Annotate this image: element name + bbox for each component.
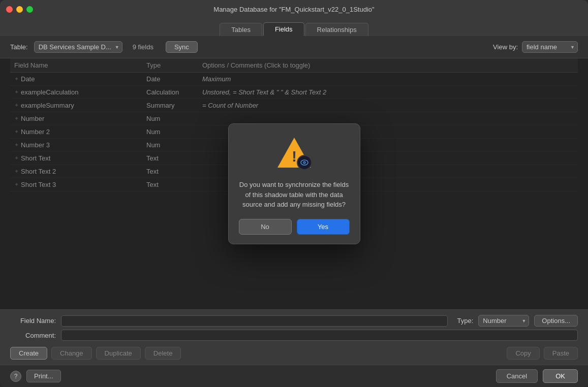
create-button[interactable]: Create bbox=[10, 347, 47, 360]
tab-tables[interactable]: Tables bbox=[220, 23, 262, 36]
title-bar: Manage Database for "FM_Quickstart_v22_0… bbox=[0, 0, 588, 18]
field-name-row: Field Name: Type: Number Options... bbox=[10, 315, 578, 327]
dialog-message: Do you want to synchronize the fields of… bbox=[239, 180, 350, 210]
comment-input[interactable] bbox=[61, 330, 578, 341]
bottom-bar: Field Name: Type: Number Options... Comm… bbox=[0, 309, 588, 365]
dialog-yes-button[interactable]: Yes bbox=[297, 219, 350, 235]
svg-point-5 bbox=[304, 162, 305, 163]
right-action-buttons: Copy Paste bbox=[507, 347, 578, 360]
content-area: Field Name Type Options / Comments (Clic… bbox=[0, 58, 588, 309]
dialog-buttons: No Yes bbox=[239, 219, 350, 235]
type-select-wrap: Number bbox=[478, 315, 529, 327]
table-select-wrap: DB Services Sample D... bbox=[34, 41, 122, 53]
warning-icon: ! bbox=[276, 136, 312, 171]
change-button[interactable]: Change bbox=[51, 347, 92, 360]
copy-button[interactable]: Copy bbox=[507, 347, 539, 360]
view-by-label: View by: bbox=[493, 43, 518, 51]
field-name-input[interactable] bbox=[61, 315, 448, 327]
bottom-form: Field Name: Type: Number Options... Comm… bbox=[10, 315, 578, 360]
window-title: Manage Database for "FM_Quickstart_v22_0… bbox=[213, 6, 374, 13]
field-name-label: Field Name: bbox=[10, 317, 56, 325]
tab-bar: Tables Fields Relationships bbox=[0, 18, 588, 36]
table-select[interactable]: DB Services Sample D... bbox=[34, 41, 122, 53]
minimize-button[interactable] bbox=[16, 6, 23, 13]
delete-button[interactable]: Delete bbox=[145, 347, 181, 360]
paste-button[interactable]: Paste bbox=[544, 347, 578, 360]
comment-row: Comment: bbox=[10, 330, 578, 341]
ok-button[interactable]: OK bbox=[543, 369, 578, 383]
sync-dialog: ! Do you want to synchronize the fields … bbox=[228, 123, 360, 244]
cancel-button[interactable]: Cancel bbox=[496, 369, 538, 383]
duplicate-button[interactable]: Duplicate bbox=[96, 347, 141, 360]
svg-text:!: ! bbox=[292, 148, 297, 165]
comment-label: Comment: bbox=[10, 332, 56, 339]
tab-fields[interactable]: Fields bbox=[263, 22, 304, 36]
options-button[interactable]: Options... bbox=[534, 315, 578, 327]
main-window: Manage Database for "FM_Quickstart_v22_0… bbox=[0, 0, 588, 387]
table-label: Table: bbox=[10, 43, 28, 51]
sync-button[interactable]: Sync bbox=[166, 41, 198, 53]
type-select[interactable]: Number bbox=[478, 315, 529, 327]
tab-relationships[interactable]: Relationships bbox=[305, 23, 368, 36]
print-button[interactable]: Print... bbox=[26, 370, 61, 382]
field-count: 9 fields bbox=[133, 43, 153, 51]
traffic-lights bbox=[6, 6, 33, 13]
footer: ? Print... Cancel OK bbox=[0, 365, 588, 387]
close-button[interactable] bbox=[6, 6, 13, 13]
help-button[interactable]: ? bbox=[10, 371, 21, 382]
dialog-no-button[interactable]: No bbox=[239, 219, 292, 235]
view-by-section: View by: field name bbox=[493, 41, 578, 53]
type-label: Type: bbox=[453, 317, 473, 325]
toolbar: Table: DB Services Sample D... 9 fields … bbox=[0, 36, 588, 58]
footer-right: Cancel OK bbox=[496, 369, 578, 383]
view-select-wrap: field name bbox=[522, 41, 578, 53]
action-buttons-row: Create Change Duplicate Delete Copy Past… bbox=[10, 347, 578, 360]
dialog-overlay: ! Do you want to synchronize the fields … bbox=[0, 58, 588, 309]
dialog-icon: ! bbox=[276, 136, 312, 172]
view-by-select[interactable]: field name bbox=[522, 41, 578, 53]
maximize-button[interactable] bbox=[26, 6, 33, 13]
